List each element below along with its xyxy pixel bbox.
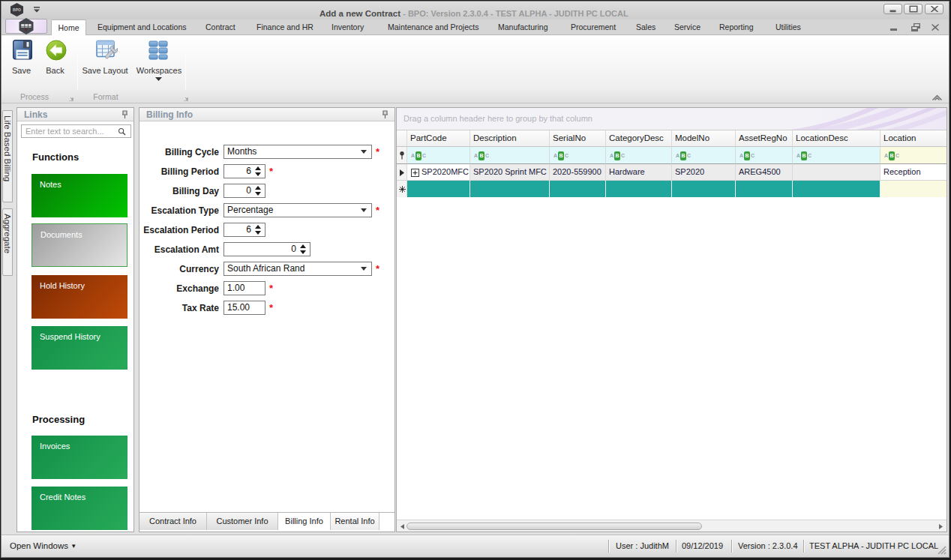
svg-text:BPO: BPO xyxy=(13,7,21,12)
